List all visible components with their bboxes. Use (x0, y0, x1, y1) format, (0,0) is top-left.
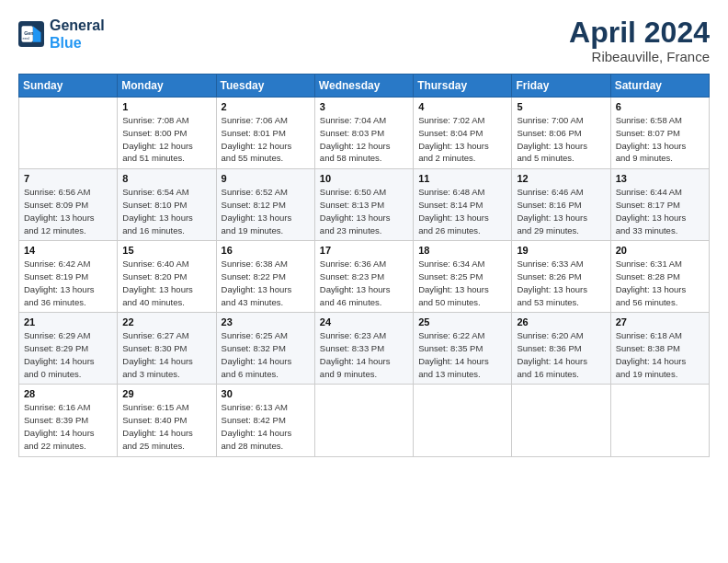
day-number: 25 (418, 316, 506, 327)
calendar-cell: 10Sunrise: 6:50 AMSunset: 8:13 PMDayligh… (314, 169, 413, 241)
header: Gen eral General Blue April 2024 Ribeauv… (18, 17, 710, 64)
day-number: 26 (517, 316, 605, 327)
calendar-cell: 18Sunrise: 6:34 AMSunset: 8:25 PMDayligh… (414, 241, 512, 313)
day-number: 3 (320, 101, 408, 112)
calendar-cell: 13Sunrise: 6:44 AMSunset: 8:17 PMDayligh… (610, 169, 709, 241)
day-info: Sunrise: 6:18 AMSunset: 8:38 PMDaylight:… (616, 329, 704, 380)
day-info: Sunrise: 6:16 AMSunset: 8:39 PMDaylight:… (24, 401, 112, 452)
day-number: 14 (24, 245, 112, 256)
calendar-cell: 16Sunrise: 6:38 AMSunset: 8:22 PMDayligh… (216, 241, 314, 313)
calendar-cell (19, 98, 118, 169)
calendar-week-5: 28Sunrise: 6:16 AMSunset: 8:39 PMDayligh… (19, 385, 710, 456)
day-number: 9 (222, 173, 310, 184)
calendar-cell: 23Sunrise: 6:25 AMSunset: 8:32 PMDayligh… (216, 313, 314, 385)
calendar-cell: 29Sunrise: 6:15 AMSunset: 8:40 PMDayligh… (118, 385, 216, 456)
svg-text:eral: eral (22, 36, 28, 40)
day-info: Sunrise: 7:06 AMSunset: 8:01 PMDaylight:… (222, 114, 310, 165)
day-number: 5 (517, 101, 605, 112)
calendar-header-row: SundayMondayTuesdayWednesdayThursdayFrid… (19, 75, 710, 98)
svg-text:Gen: Gen (24, 30, 33, 36)
calendar-cell: 27Sunrise: 6:18 AMSunset: 8:38 PMDayligh… (610, 313, 709, 385)
calendar-cell: 22Sunrise: 6:27 AMSunset: 8:30 PMDayligh… (118, 313, 216, 385)
calendar-cell: 26Sunrise: 6:20 AMSunset: 8:36 PMDayligh… (512, 313, 610, 385)
day-info: Sunrise: 6:40 AMSunset: 8:20 PMDaylight:… (122, 258, 210, 308)
calendar-cell: 1Sunrise: 7:08 AMSunset: 8:00 PMDaylight… (118, 98, 216, 169)
calendar-cell: 4Sunrise: 7:02 AMSunset: 8:04 PMDaylight… (414, 98, 512, 169)
day-info: Sunrise: 6:58 AMSunset: 8:07 PMDaylight:… (616, 114, 704, 165)
calendar-cell: 7Sunrise: 6:56 AMSunset: 8:09 PMDaylight… (19, 169, 118, 241)
day-number: 22 (122, 316, 210, 327)
calendar-table: SundayMondayTuesdayWednesdayThursdayFrid… (18, 74, 710, 456)
calendar-cell: 9Sunrise: 6:52 AMSunset: 8:12 PMDaylight… (216, 169, 314, 241)
day-number: 18 (418, 245, 506, 256)
day-number: 16 (222, 245, 310, 256)
day-info: Sunrise: 6:34 AMSunset: 8:25 PMDaylight:… (418, 258, 506, 308)
day-number: 29 (122, 388, 210, 399)
day-info: Sunrise: 6:48 AMSunset: 8:14 PMDaylight:… (418, 186, 506, 236)
calendar-cell: 30Sunrise: 6:13 AMSunset: 8:42 PMDayligh… (216, 385, 314, 456)
calendar-cell (610, 385, 709, 456)
day-number: 19 (517, 245, 605, 256)
day-number: 12 (517, 173, 605, 184)
day-info: Sunrise: 6:33 AMSunset: 8:26 PMDaylight:… (517, 258, 605, 308)
header-sunday: Sunday (19, 75, 118, 98)
day-number: 10 (320, 173, 408, 184)
calendar-cell: 3Sunrise: 7:04 AMSunset: 8:03 PMDaylight… (314, 98, 413, 169)
day-info: Sunrise: 6:29 AMSunset: 8:29 PMDaylight:… (24, 329, 112, 380)
day-info: Sunrise: 7:08 AMSunset: 8:00 PMDaylight:… (122, 114, 210, 165)
calendar-cell: 8Sunrise: 6:54 AMSunset: 8:10 PMDaylight… (118, 169, 216, 241)
day-number: 28 (24, 388, 112, 399)
day-info: Sunrise: 6:42 AMSunset: 8:19 PMDaylight:… (24, 258, 112, 308)
header-friday: Friday (512, 75, 610, 98)
day-info: Sunrise: 6:36 AMSunset: 8:23 PMDaylight:… (320, 258, 408, 308)
day-info: Sunrise: 7:00 AMSunset: 8:06 PMDaylight:… (517, 114, 605, 165)
calendar-cell (414, 385, 512, 456)
calendar-week-2: 7Sunrise: 6:56 AMSunset: 8:09 PMDaylight… (19, 169, 710, 241)
calendar-cell: 14Sunrise: 6:42 AMSunset: 8:19 PMDayligh… (19, 241, 118, 313)
day-number: 27 (616, 316, 704, 327)
day-number: 8 (122, 173, 210, 184)
day-info: Sunrise: 6:56 AMSunset: 8:09 PMDaylight:… (24, 186, 112, 236)
day-number: 13 (616, 173, 704, 184)
day-info: Sunrise: 6:52 AMSunset: 8:12 PMDaylight:… (222, 186, 310, 236)
day-number: 1 (122, 101, 210, 112)
day-info: Sunrise: 6:22 AMSunset: 8:35 PMDaylight:… (418, 329, 506, 380)
day-info: Sunrise: 6:46 AMSunset: 8:16 PMDaylight:… (517, 186, 605, 236)
header-wednesday: Wednesday (314, 75, 413, 98)
day-info: Sunrise: 6:25 AMSunset: 8:32 PMDaylight:… (222, 329, 310, 380)
day-number: 17 (320, 245, 408, 256)
header-saturday: Saturday (610, 75, 709, 98)
day-number: 15 (122, 245, 210, 256)
day-number: 21 (24, 316, 112, 327)
day-number: 6 (616, 101, 704, 112)
logo: Gen eral General Blue (18, 17, 105, 52)
header-thursday: Thursday (414, 75, 512, 98)
calendar-cell: 24Sunrise: 6:23 AMSunset: 8:33 PMDayligh… (314, 313, 413, 385)
logo-icon: Gen eral (18, 21, 44, 47)
day-info: Sunrise: 7:04 AMSunset: 8:03 PMDaylight:… (320, 114, 408, 165)
day-number: 20 (616, 245, 704, 256)
calendar-cell: 5Sunrise: 7:00 AMSunset: 8:06 PMDaylight… (512, 98, 610, 169)
calendar-cell: 28Sunrise: 6:16 AMSunset: 8:39 PMDayligh… (19, 385, 118, 456)
day-info: Sunrise: 6:54 AMSunset: 8:10 PMDaylight:… (122, 186, 210, 236)
title-month: April 2024 (569, 17, 710, 49)
day-number: 11 (418, 173, 506, 184)
calendar-cell: 19Sunrise: 6:33 AMSunset: 8:26 PMDayligh… (512, 241, 610, 313)
logo-text: General Blue (50, 17, 105, 52)
day-number: 4 (418, 101, 506, 112)
day-info: Sunrise: 6:15 AMSunset: 8:40 PMDaylight:… (122, 401, 210, 452)
calendar-cell: 21Sunrise: 6:29 AMSunset: 8:29 PMDayligh… (19, 313, 118, 385)
day-info: Sunrise: 6:13 AMSunset: 8:42 PMDaylight:… (222, 401, 310, 452)
header-tuesday: Tuesday (216, 75, 314, 98)
calendar-cell: 20Sunrise: 6:31 AMSunset: 8:28 PMDayligh… (610, 241, 709, 313)
day-info: Sunrise: 7:02 AMSunset: 8:04 PMDaylight:… (418, 114, 506, 165)
day-number: 24 (320, 316, 408, 327)
title-block: April 2024 Ribeauville, France (569, 17, 710, 64)
calendar-cell: 11Sunrise: 6:48 AMSunset: 8:14 PMDayligh… (414, 169, 512, 241)
calendar-cell (314, 385, 413, 456)
day-number: 23 (222, 316, 310, 327)
day-number: 30 (222, 388, 310, 399)
calendar-cell: 17Sunrise: 6:36 AMSunset: 8:23 PMDayligh… (314, 241, 413, 313)
day-info: Sunrise: 6:20 AMSunset: 8:36 PMDaylight:… (517, 329, 605, 380)
calendar-cell: 15Sunrise: 6:40 AMSunset: 8:20 PMDayligh… (118, 241, 216, 313)
